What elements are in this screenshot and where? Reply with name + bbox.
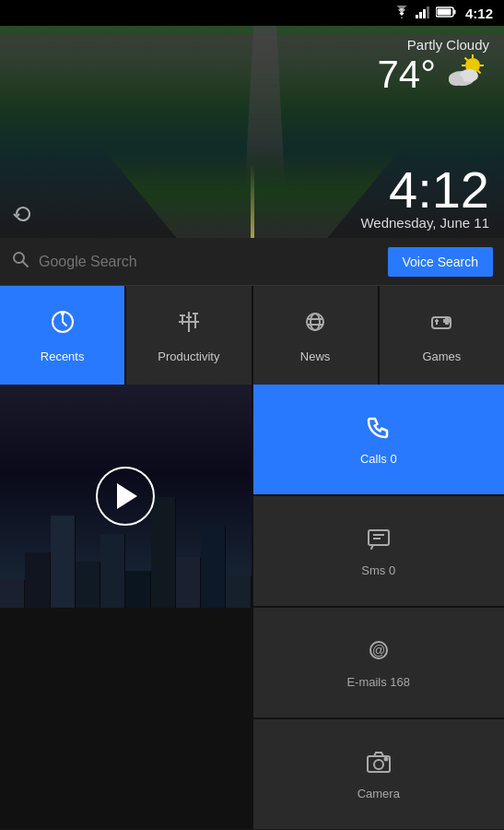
svg-rect-39 [446, 318, 448, 320]
banner-time: 4:12 [389, 164, 489, 216]
svg-rect-6 [437, 8, 451, 15]
svg-line-12 [465, 58, 468, 61]
svg-rect-2 [423, 9, 426, 18]
app-tile-news[interactable]: News [253, 286, 378, 385]
email-icon: @ [366, 637, 392, 670]
search-input[interactable] [39, 254, 388, 270]
media-tile[interactable] [0, 385, 252, 608]
svg-point-29 [307, 314, 323, 330]
svg-rect-5 [453, 9, 455, 14]
games-label: Games [422, 350, 461, 363]
svg-line-18 [23, 262, 28, 267]
app-grid: Recents Productivity [0, 286, 504, 385]
news-icon [301, 308, 329, 342]
status-clock: 4:12 [465, 6, 493, 21]
sms-tile[interactable]: Sms 0 [253, 496, 505, 606]
recents-label: Recents [41, 350, 85, 363]
svg-rect-0 [416, 15, 418, 18]
search-icon [11, 250, 29, 273]
right-tiles: Calls 0 Sms 0 @ E-mails 168 [253, 385, 505, 829]
app-tile-games[interactable]: Games [380, 286, 504, 385]
calls-label: Calls 0 [360, 452, 397, 466]
sms-icon [366, 526, 392, 558]
app-tile-productivity[interactable]: Productivity [126, 286, 251, 385]
games-icon [428, 308, 455, 342]
signal-icon [416, 6, 430, 21]
camera-icon [366, 749, 392, 781]
wifi-icon [393, 6, 410, 21]
svg-point-30 [311, 314, 320, 330]
refresh-icon[interactable] [13, 204, 33, 229]
play-icon [117, 483, 137, 509]
svg-rect-40 [446, 322, 448, 324]
svg-line-13 [478, 71, 481, 74]
svg-text:@: @ [372, 643, 385, 658]
sms-label: Sms 0 [361, 563, 395, 577]
svg-rect-1 [419, 12, 422, 18]
status-bar: 4:12 [0, 0, 504, 26]
svg-rect-3 [427, 6, 429, 18]
svg-point-20 [61, 312, 64, 315]
content-area: Calls 0 Sms 0 @ E-mails 168 [0, 385, 504, 829]
calls-tile[interactable]: Calls 0 [253, 385, 505, 494]
camera-label: Camera [357, 787, 400, 800]
weather-temperature: 74° [377, 53, 436, 96]
news-label: News [300, 350, 331, 363]
weather-info: Partly Cloudy 74° [377, 37, 489, 97]
svg-point-16 [449, 75, 463, 86]
search-bar: Voice Search [0, 238, 504, 286]
weather-condition: Partly Cloudy [377, 37, 489, 53]
play-button[interactable] [96, 467, 155, 526]
svg-point-47 [374, 760, 383, 769]
weather-cloud-icon [443, 53, 489, 97]
productivity-icon [175, 308, 203, 342]
voice-search-button[interactable]: Voice Search [388, 247, 494, 277]
weather-banner: Partly Cloudy 74° [0, 26, 504, 238]
calls-icon [366, 414, 392, 446]
app-tile-recents[interactable]: Recents [0, 286, 124, 385]
emails-tile[interactable]: @ E-mails 168 [253, 608, 505, 717]
productivity-label: Productivity [158, 350, 219, 363]
emails-label: E-mails 168 [346, 675, 410, 689]
recents-icon [49, 308, 76, 342]
svg-point-48 [384, 757, 387, 760]
banner-date: Wednesday, June 11 [360, 215, 489, 231]
camera-tile[interactable]: Camera [253, 719, 505, 829]
battery-icon [436, 6, 456, 20]
